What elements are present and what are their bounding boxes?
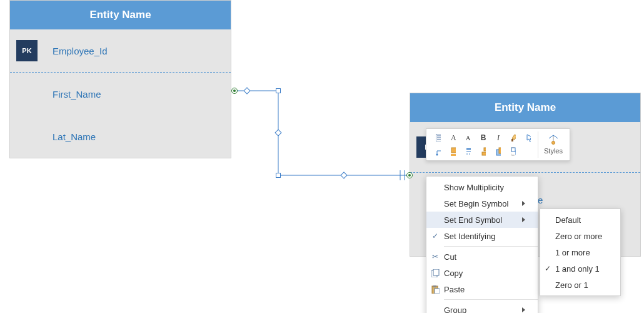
svg-point-11 xyxy=(436,154,438,156)
line-style-icon[interactable] xyxy=(461,145,475,158)
attribute-row[interactable]: PK Employee_Id xyxy=(10,29,231,72)
line-corner-handle[interactable] xyxy=(276,88,281,93)
attribute-name: Employee_Id xyxy=(53,46,108,56)
entity-header: Entity Name xyxy=(410,93,640,122)
ctx-set-begin-symbol[interactable]: Set Begin Symbol xyxy=(426,195,538,212)
end-symbol-submenu[interactable]: Default Zero or more 1 or more ✓1 and on… xyxy=(540,208,621,296)
context-menu[interactable]: Show Multiplicity Set Begin Symbol Set E… xyxy=(426,176,538,313)
submenu-arrow-icon xyxy=(522,217,525,222)
sub-zero-or-more[interactable]: Zero or more xyxy=(540,228,620,244)
submenu-arrow-icon xyxy=(522,307,525,312)
check-icon: ✓ xyxy=(426,232,444,240)
svg-rect-26 xyxy=(433,269,439,275)
attribute-row[interactable]: Lat_Name xyxy=(10,115,231,158)
svg-point-24 xyxy=(552,141,555,145)
svg-rect-10 xyxy=(511,139,513,141)
styles-label: Styles xyxy=(544,147,563,155)
text-block-icon[interactable] xyxy=(431,131,445,144)
check-icon: ✓ xyxy=(540,264,555,273)
pk-badge: PK xyxy=(16,40,38,61)
attribute-name: Lat_Name xyxy=(53,131,96,142)
entity-header: Entity Name xyxy=(10,1,231,29)
svg-rect-13 xyxy=(451,154,456,156)
group-icon[interactable] xyxy=(506,145,520,158)
menu-separator xyxy=(444,299,538,300)
ctx-copy[interactable]: Copy xyxy=(426,265,538,281)
fill-color-icon[interactable] xyxy=(446,145,460,158)
bold-icon[interactable]: B xyxy=(476,131,490,144)
pk-divider xyxy=(410,172,640,173)
svg-rect-17 xyxy=(484,148,486,151)
svg-rect-12 xyxy=(451,148,456,153)
sub-default[interactable]: Default xyxy=(540,212,620,228)
line-end-endpoint[interactable] xyxy=(406,172,413,178)
attribute-name: First_Name xyxy=(53,89,101,100)
italic-icon[interactable]: I xyxy=(491,131,505,144)
entity-table-1[interactable]: Entity Name PK Employee_Id First_Name La… xyxy=(9,0,231,158)
attribute-row[interactable]: First_Name xyxy=(10,73,231,115)
styles-button[interactable]: Styles xyxy=(540,131,567,158)
sub-zero-or-one[interactable]: Zero or 1 xyxy=(540,277,620,293)
line-handle[interactable] xyxy=(340,172,347,178)
ctx-show-multiplicity[interactable]: Show Multiplicity xyxy=(426,179,538,195)
align-icon[interactable] xyxy=(476,145,490,158)
attribute-name-peek: e xyxy=(538,195,543,205)
font-decrease-icon[interactable]: A▾ xyxy=(461,131,475,144)
svg-rect-29 xyxy=(435,289,440,294)
font-increase-icon[interactable]: A▴ xyxy=(446,131,460,144)
line-handle[interactable] xyxy=(243,87,250,94)
sub-one-or-more[interactable]: 1 or more xyxy=(540,244,620,260)
ctx-paste[interactable]: Paste xyxy=(426,281,538,297)
ctx-set-end-symbol[interactable]: Set End Symbol xyxy=(426,212,538,228)
line-handle[interactable] xyxy=(274,129,281,136)
line-start-endpoint[interactable] xyxy=(231,88,238,94)
svg-text:A: A xyxy=(451,133,456,142)
ctx-set-identifying[interactable]: ✓ Set Identifying xyxy=(426,228,538,244)
copy-icon xyxy=(426,269,444,277)
connector-type-icon[interactable] xyxy=(431,145,445,158)
cut-icon: ✂ xyxy=(426,252,444,261)
svg-rect-28 xyxy=(433,285,436,287)
mini-format-toolbar[interactable]: A▴ A▾ B I xyxy=(426,128,570,161)
svg-text:A: A xyxy=(466,135,471,141)
line-corner-handle[interactable] xyxy=(276,173,281,178)
bring-front-icon[interactable] xyxy=(491,145,505,158)
format-painter-icon[interactable] xyxy=(506,131,520,144)
svg-rect-20 xyxy=(499,148,501,153)
ctx-group[interactable]: Group xyxy=(426,302,538,313)
paste-icon xyxy=(426,285,444,294)
pointer-icon[interactable] xyxy=(521,131,535,144)
menu-separator xyxy=(444,246,538,247)
svg-rect-21 xyxy=(511,148,515,151)
ctx-cut[interactable]: ✂ Cut xyxy=(426,249,538,265)
sub-one-and-only-one[interactable]: ✓1 and only 1 xyxy=(540,260,620,277)
svg-rect-18 xyxy=(482,152,486,155)
submenu-arrow-icon xyxy=(522,201,525,206)
